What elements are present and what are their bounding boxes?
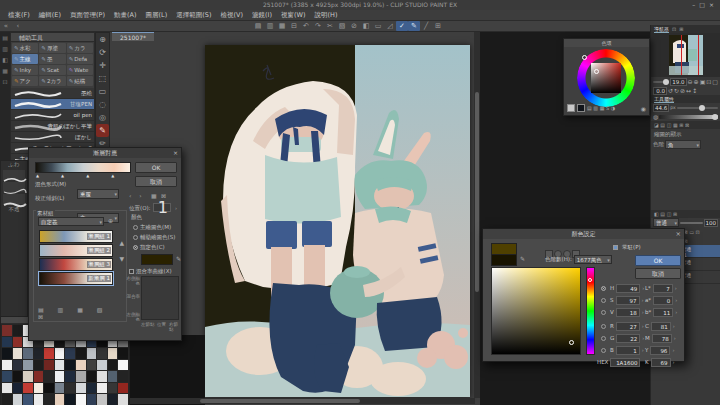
palette-swatch[interactable]: [97, 360, 107, 371]
fullscreen-icon[interactable]: ▢: [712, 78, 718, 85]
palette-swatch[interactable]: [23, 394, 33, 405]
subtool-structure[interactable]: ✎結構: [67, 76, 93, 86]
stepper-icon[interactable]: ›: [673, 323, 675, 329]
foreground-color-swatch[interactable]: [567, 104, 575, 112]
menu-layer[interactable]: 圖層(L): [146, 11, 168, 20]
subtool-panel-header[interactable]: 輔助工具: [11, 33, 94, 42]
save-material-icon[interactable]: ▦: [151, 192, 157, 199]
close-button[interactable]: ×: [709, 1, 718, 8]
rotate-value[interactable]: 0.0: [653, 87, 667, 95]
actual-size-icon[interactable]: ⊡: [706, 78, 711, 85]
menu-selection[interactable]: 選擇範圍(S): [176, 11, 211, 20]
fit-screen-icon[interactable]: ▣: [700, 78, 706, 85]
gradient-nodes[interactable]: ▲▲▲▲: [35, 174, 131, 178]
palette-swatch[interactable]: [97, 383, 107, 394]
tab-subview-icon[interactable]: ⊡: [672, 25, 676, 33]
brush-preview-thumb[interactable]: [3, 170, 25, 180]
radio-icon[interactable]: [601, 310, 606, 315]
wheel-mode-icons[interactable]: ▤ ▥ ▦ S ◑: [587, 105, 615, 111]
palette-swatch[interactable]: [2, 325, 12, 336]
palette-swatch[interactable]: [118, 348, 128, 359]
palette-swatch[interactable]: [44, 360, 54, 371]
palette-swatch[interactable]: [108, 360, 118, 371]
tone-select[interactable]: 角: [665, 140, 701, 149]
layer-opacity-value[interactable]: 100: [704, 219, 719, 227]
palette-swatch[interactable]: [23, 371, 33, 382]
subtool-color[interactable]: ✎カラ: [67, 43, 93, 53]
ok-button[interactable]: OK: [135, 162, 177, 173]
rotate-right-icon[interactable]: ↻: [674, 87, 679, 94]
radio-main-color[interactable]: 主繪圖色(M): [133, 224, 171, 231]
document-tab[interactable]: 251007*: [112, 32, 154, 41]
stepper-icon[interactable]: ›: [675, 309, 677, 315]
redo-icon[interactable]: ↷: [312, 21, 324, 31]
tab-navigator[interactable]: 導航器: [654, 25, 669, 33]
export-icon[interactable]: ⊟: [288, 21, 300, 31]
menu-window[interactable]: 視窗(W): [281, 11, 306, 20]
palette-swatch[interactable]: [2, 337, 12, 348]
menu-filter[interactable]: 濾鏡(I): [252, 11, 272, 20]
palette-swatch[interactable]: [108, 394, 118, 405]
palette-swatch[interactable]: [55, 383, 65, 394]
b-value[interactable]: 1: [616, 346, 640, 355]
gradient-set-item-selected[interactable]: 新漸層 1: [39, 272, 113, 285]
flip-vertical-icon[interactable]: ↕: [692, 87, 697, 94]
palette-swatch[interactable]: [2, 371, 12, 382]
zoom-in-icon[interactable]: ⊕: [694, 78, 699, 85]
persist-checkbox[interactable]: 常駐(P): [613, 242, 641, 252]
palette-swatch[interactable]: [76, 360, 86, 371]
palette-swatch[interactable]: [13, 394, 23, 405]
sv-square[interactable]: [591, 63, 621, 93]
stepper-icon[interactable]: ›: [673, 359, 675, 365]
close-icon[interactable]: ×: [676, 229, 681, 239]
palette-swatch[interactable]: [65, 360, 75, 371]
flip-horizontal-icon[interactable]: ↔: [686, 87, 691, 94]
vscroll-thumb[interactable]: [475, 92, 479, 292]
palette-swatch[interactable]: [2, 360, 12, 371]
palette-swatch[interactable]: [65, 371, 75, 382]
layer-property-tab-icons[interactable]: ◪ ▤ ◫ ▦ ⊞ ⊠: [654, 121, 689, 129]
position-stepper[interactable]: ›: [175, 205, 177, 211]
palette-swatch[interactable]: [2, 394, 12, 405]
position-value[interactable]: 1: [153, 203, 171, 212]
move-icon[interactable]: ✛: [96, 59, 109, 72]
palette-swatch[interactable]: [13, 337, 23, 348]
subtool-scat[interactable]: ✎Scat: [39, 65, 65, 75]
palette-swatch[interactable]: [44, 348, 54, 359]
subtool-inky[interactable]: ✎Inky: [12, 65, 38, 75]
radio-sub-color[interactable]: 輔助繪圖色(S): [133, 234, 175, 241]
palette-swatch[interactable]: [13, 325, 23, 336]
gradient-set-item[interactable]: 漸層組 2: [39, 244, 113, 257]
reset-rotate-icon[interactable]: ⊘: [680, 87, 685, 94]
palette-swatch[interactable]: [23, 348, 33, 359]
brush-item[interactable]: ぼかし: [11, 132, 94, 143]
palette-swatch[interactable]: [34, 348, 44, 359]
palette-swatch[interactable]: [118, 360, 128, 371]
stepper-icon[interactable]: ›: [675, 285, 677, 291]
palette-swatch[interactable]: [76, 394, 86, 405]
palette-swatch[interactable]: [87, 371, 97, 382]
new-file-icon[interactable]: ▤: [252, 21, 264, 31]
save-icon[interactable]: ▦: [276, 21, 288, 31]
zoom-value[interactable]: 19.0: [670, 78, 686, 86]
palette-swatch[interactable]: [108, 348, 118, 359]
v-value[interactable]: 18: [616, 308, 640, 317]
vertical-scrollbar[interactable]: [474, 32, 480, 398]
depth-select[interactable]: 1677萬色: [574, 255, 612, 264]
line-icon[interactable]: ╱: [420, 21, 432, 31]
palette-swatch[interactable]: [97, 348, 107, 359]
gradient-set-item[interactable]: 漸層組 1: [39, 230, 113, 243]
sv-picker-marker[interactable]: [569, 340, 574, 345]
snap-pen-icon[interactable]: ✓: [396, 21, 408, 31]
stepper-icon[interactable]: ›: [642, 323, 644, 329]
brush-item[interactable]: oil pen: [11, 110, 94, 121]
zoom-out-icon[interactable]: ⊖: [688, 78, 693, 85]
hscroll-thumb[interactable]: [200, 399, 360, 403]
collapse-left-icon[interactable]: «: [0, 21, 12, 31]
palette-swatch[interactable]: [76, 371, 86, 382]
rotate-left-icon[interactable]: ↺: [668, 87, 673, 94]
palette-swatch[interactable]: [76, 348, 86, 359]
opacity-knob[interactable]: [712, 114, 718, 120]
palette-swatch[interactable]: [23, 360, 33, 371]
h-value[interactable]: 49: [616, 284, 640, 293]
